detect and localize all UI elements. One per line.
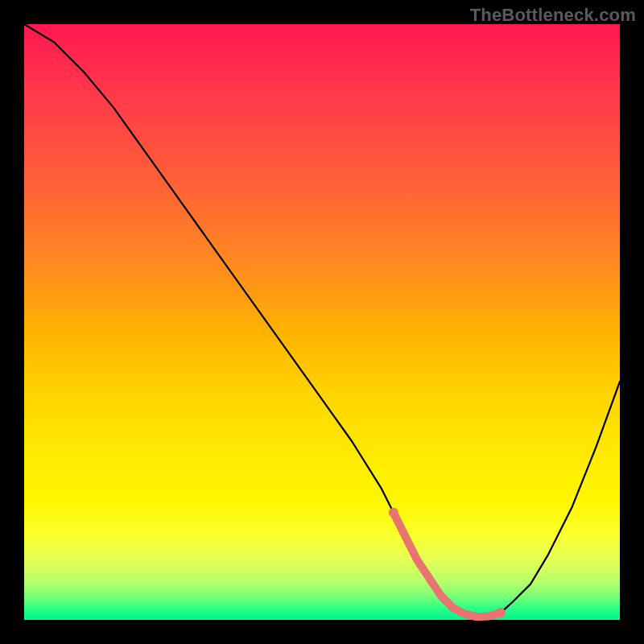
watermark-text: TheBottleneck.com	[470, 5, 636, 26]
curve-line	[24, 24, 620, 617]
highlight-segment	[394, 513, 501, 617]
chart-container: TheBottleneck.com	[0, 0, 644, 644]
plot-area	[24, 24, 620, 620]
highlight-dot	[496, 608, 506, 617]
highlight-dot	[389, 508, 398, 518]
chart-svg	[24, 24, 620, 620]
